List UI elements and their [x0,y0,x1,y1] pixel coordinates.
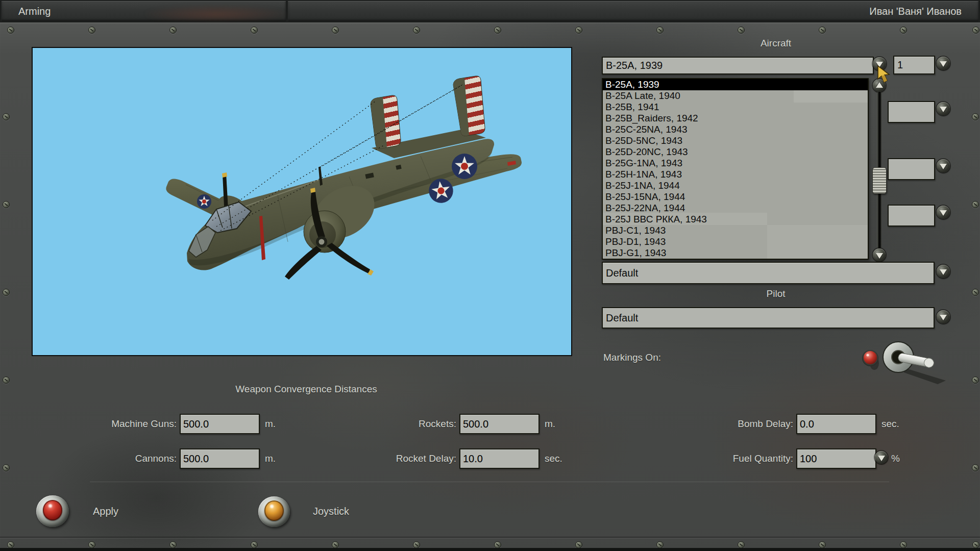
screw-icon [169,27,177,34]
aircraft-list-item[interactable]: B-25H-1NA, 1943 [603,169,868,180]
screw-icon [972,377,979,384]
rockets-label: Rockets: [351,418,456,430]
markings-label: Markings On: [603,352,661,363]
screw-icon [3,289,10,296]
aircraft-list-item[interactable]: B-25A Late, 1940 [603,90,868,102]
joystick-button-lamp-icon [264,500,284,521]
indicator-lamp-icon [862,350,879,370]
screw-icon [3,464,10,471]
screw-icon [656,27,664,34]
screw-icon [494,541,501,548]
screw-icon [169,541,177,548]
pilot-dropdown[interactable]: Default [602,307,935,329]
joystick-button[interactable] [258,496,290,527]
aircraft-list-item[interactable]: B-25B_Raiders, 1942 [603,113,868,124]
hidden-dropdown-1-arrow-icon[interactable] [937,102,950,115]
skin-dropdown-arrow-icon[interactable] [937,265,950,278]
aircraft-section-label: Aircraft [602,38,950,49]
aircraft-list-item[interactable]: B-25J-22NA, 1944 [603,203,868,214]
player-name-bar: Иван 'Ваня' Иванов [288,1,978,21]
chevron-down-icon [940,61,947,67]
cannons-input[interactable] [180,448,260,469]
titlebar-grunge [145,5,286,20]
aircraft-list-item[interactable]: PBJ-C1, 1943 [603,225,868,236]
screw-icon [413,27,420,34]
arming-screen: Arming Иван 'Ваня' Иванов [0,0,980,551]
skin-dropdown[interactable]: Default [602,262,935,284]
machine-guns-input[interactable] [180,414,260,434]
screw-icon [819,541,826,548]
bomb-delay-input[interactable] [796,414,876,434]
aircraft-count-value: 1 [897,59,903,71]
bomb-delay-label: Bomb Delay: [688,418,793,430]
footer-divider [90,482,889,482]
fuel-quantity-arrow-icon[interactable] [875,451,888,464]
aircraft-list-item[interactable]: B-25J ВВС РККА, 1943 [603,214,868,225]
list-scrollbar-down-icon[interactable] [873,248,886,261]
screw-icon [972,201,979,208]
aircraft-list-item[interactable]: B-25B, 1941 [603,102,868,113]
toggle-switch-icon[interactable] [883,342,946,384]
screw-icon [332,541,339,548]
screw-icon [413,541,420,548]
aircraft-list-item[interactable]: B-25J-15NA, 1944 [603,191,868,203]
aircraft-preview[interactable] [32,47,572,356]
hidden-dropdown-2-arrow-icon[interactable] [937,159,950,172]
screw-icon [3,377,10,384]
screw-icon [7,27,14,34]
chevron-down-icon [876,253,883,259]
aircraft-list-item[interactable]: B-25C-25NA, 1943 [603,124,868,135]
hidden-dropdown-1[interactable] [888,101,935,123]
aircraft-list-item[interactable]: B-25D-20NC, 1943 [603,146,868,158]
list-scrollbar-thumb[interactable] [872,167,887,194]
fuel-quantity-input[interactable] [796,448,876,469]
screw-icon [656,541,664,548]
skin-dropdown-value: Default [606,267,638,279]
apply-button[interactable] [36,495,69,527]
rockets-unit: m. [545,418,555,430]
tab-arming[interactable]: Arming [2,1,286,21]
chevron-down-icon [940,107,947,112]
screw-icon [972,289,979,296]
hidden-dropdown-3-arrow-icon[interactable] [937,206,950,219]
aircraft-list-item[interactable]: B-25D-5NC, 1943 [603,135,868,146]
markings-toggle[interactable] [855,337,957,385]
aircraft-list-item[interactable]: B-25A, 1939 [603,79,868,90]
aircraft-count-arrow-icon[interactable] [937,57,950,70]
aircraft-list-item[interactable]: PBJ-G1, 1943 [603,247,868,259]
screw-icon [575,27,582,34]
convergence-title: Weapon Convergence Distances [128,384,485,395]
aircraft-count-field[interactable]: 1 [893,56,935,74]
chevron-down-icon [940,269,947,275]
rocket-delay-input[interactable] [459,448,540,469]
apply-label: Apply [93,506,118,517]
screw-icon [738,541,745,548]
screw-icon [88,27,95,34]
screw-icon [7,541,14,548]
aircraft-dropdown-value: B-25A, 1939 [606,60,663,71]
aircraft-list-item[interactable]: B-25J-1NA, 1944 [603,180,868,191]
rocket-delay-unit: sec. [545,453,562,464]
title-bar: Arming Иван 'Ваня' Иванов [0,0,980,22]
hidden-dropdown-2[interactable] [888,158,935,180]
pilot-dropdown-value: Default [606,312,638,324]
apply-button-lamp-icon [43,500,62,520]
chevron-down-icon [940,164,947,169]
screw-icon [972,27,979,34]
aircraft-list-item[interactable]: B-25G-1NA, 1943 [603,158,868,169]
bottom-edge-highlight [0,538,980,538]
player-name: Иван 'Ваня' Иванов [288,1,962,21]
aircraft-list-item[interactable]: PBJ-D1, 1943 [603,236,868,247]
screw-icon [332,27,339,34]
screw-icon [494,27,501,34]
fuel-quantity-label: Fuel Quantity: [688,453,793,464]
screw-icon [738,27,745,34]
pilot-dropdown-arrow-icon[interactable] [937,310,950,323]
aircraft-dropdown[interactable]: B-25A, 1939 [602,57,874,74]
screw-icon [575,541,582,548]
rockets-input[interactable] [459,414,540,434]
hidden-dropdown-3[interactable] [888,205,935,227]
screw-icon [972,541,979,548]
joystick-label: Joystick [313,506,349,517]
plane-illustration [33,48,571,355]
